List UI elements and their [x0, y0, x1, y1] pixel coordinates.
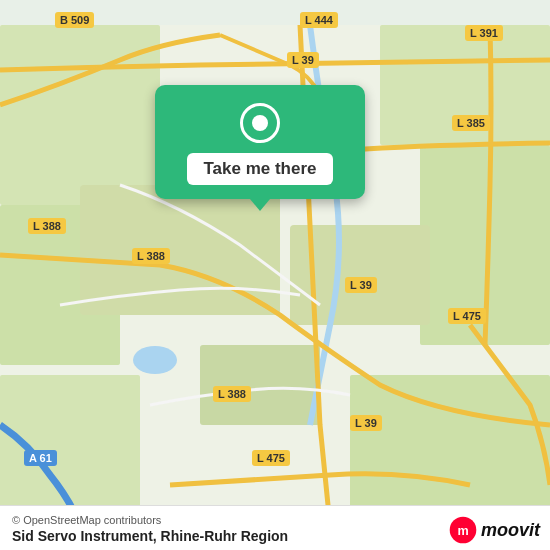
- moovit-icon: m: [449, 516, 477, 544]
- svg-point-10: [133, 346, 177, 374]
- popup-card: Take me there: [155, 85, 365, 199]
- road-label-l388-left: L 388: [28, 218, 66, 234]
- road-label-l39-top: L 39: [287, 52, 319, 68]
- svg-rect-6: [350, 375, 550, 525]
- svg-text:m: m: [457, 524, 468, 538]
- map-svg: Niers: [0, 0, 550, 550]
- road-label-b509: B 509: [55, 12, 94, 28]
- moovit-logo: m moovit: [449, 516, 540, 544]
- road-label-l391: L 391: [465, 25, 503, 41]
- road-label-l388-bot: L 388: [213, 386, 251, 402]
- road-label-l444: L 444: [300, 12, 338, 28]
- road-label-l475-bot: L 475: [252, 450, 290, 466]
- road-label-a61: A 61: [24, 450, 57, 466]
- map-container: Niers B 509 L 444 L 391 L 385 L 39 L 388…: [0, 0, 550, 550]
- road-label-l385: L 385: [452, 115, 490, 131]
- pin-dot: [252, 115, 268, 131]
- bottom-bar: © OpenStreetMap contributors Sid Servo I…: [0, 505, 550, 550]
- road-label-l39-mid: L 39: [345, 277, 377, 293]
- location-pin-circle: [240, 103, 280, 143]
- road-label-l388-mid: L 388: [132, 248, 170, 264]
- take-me-there-button[interactable]: Take me there: [187, 153, 332, 185]
- road-label-l475-right: L 475: [448, 308, 486, 324]
- svg-rect-9: [200, 345, 320, 425]
- road-label-l39-bot: L 39: [350, 415, 382, 431]
- moovit-text: moovit: [481, 520, 540, 541]
